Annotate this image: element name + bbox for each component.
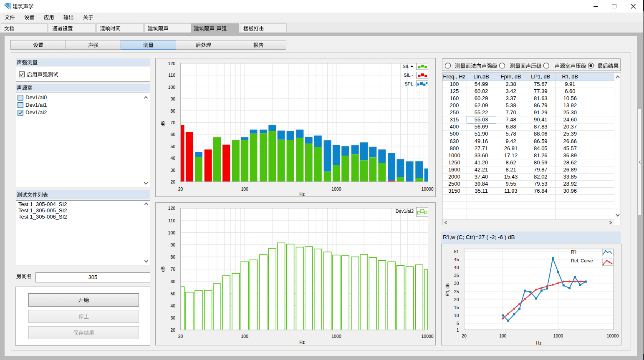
svg-text:50: 50 [170, 291, 175, 296]
svg-text:40: 40 [170, 156, 175, 161]
svg-text:100: 100 [241, 186, 248, 191]
svg-text:70: 70 [170, 120, 175, 125]
svg-text:Hz: Hz [299, 340, 305, 345]
svg-text:30: 30 [454, 281, 459, 286]
svg-text:30: 30 [170, 315, 175, 320]
svg-text:51: 51 [454, 249, 459, 254]
svg-text:45: 45 [454, 257, 459, 262]
svg-text:R'I: R'I [571, 249, 576, 254]
svg-text:90: 90 [170, 96, 175, 101]
svg-text:100: 100 [168, 85, 176, 90]
svg-text:SIL -: SIL - [404, 73, 413, 78]
svg-text:1000: 1000 [331, 186, 341, 191]
svg-text:20: 20 [462, 333, 467, 338]
svg-text:Ref. Curve: Ref. Curve [571, 258, 593, 263]
svg-text:100: 100 [168, 230, 176, 235]
svg-text:120: 120 [168, 61, 176, 66]
svg-text:1000: 1000 [553, 333, 563, 338]
svg-text:100: 100 [241, 334, 248, 339]
svg-text:15: 15 [454, 305, 459, 310]
svg-text:Hz: Hz [299, 191, 305, 196]
svg-text:Hz: Hz [536, 340, 542, 345]
svg-text:10000: 10000 [421, 186, 433, 191]
svg-text:50: 50 [170, 144, 175, 149]
svg-text:100: 100 [499, 333, 507, 338]
svg-text:120: 120 [168, 206, 176, 211]
svg-text:10: 10 [454, 313, 459, 318]
svg-text:20: 20 [454, 297, 459, 302]
svg-text:80: 80 [170, 108, 175, 113]
svg-text:dB: dB [160, 121, 165, 126]
svg-text:110: 110 [168, 73, 175, 78]
svg-text:10000: 10000 [606, 333, 619, 338]
svg-text:40: 40 [170, 303, 175, 308]
svg-text:20: 20 [178, 186, 183, 191]
svg-text:1000: 1000 [331, 334, 341, 339]
svg-text:80: 80 [170, 254, 175, 259]
svg-text:SPL: SPL [404, 81, 413, 86]
svg-text:1: 1 [457, 327, 459, 332]
svg-text:90: 90 [170, 242, 175, 247]
svg-text:dB: dB [160, 267, 165, 272]
svg-text:20: 20 [178, 334, 183, 339]
svg-text:10000: 10000 [421, 334, 433, 339]
svg-text:35: 35 [454, 273, 459, 278]
svg-text:70: 70 [170, 267, 175, 272]
svg-text:60: 60 [170, 132, 175, 137]
svg-text:25: 25 [454, 289, 459, 294]
svg-text:30: 30 [170, 168, 175, 173]
svg-text:110: 110 [168, 218, 175, 223]
svg-text:SIL +: SIL + [402, 64, 413, 69]
svg-text:40: 40 [454, 265, 459, 270]
svg-text:R'I, dB: R'I, dB [445, 283, 450, 296]
svg-text:20: 20 [170, 327, 175, 332]
svg-text:5: 5 [457, 321, 459, 326]
svg-text:20: 20 [170, 179, 175, 184]
svg-text:Dev1/ai2: Dev1/ai2 [396, 209, 414, 214]
svg-text:60: 60 [170, 279, 175, 284]
